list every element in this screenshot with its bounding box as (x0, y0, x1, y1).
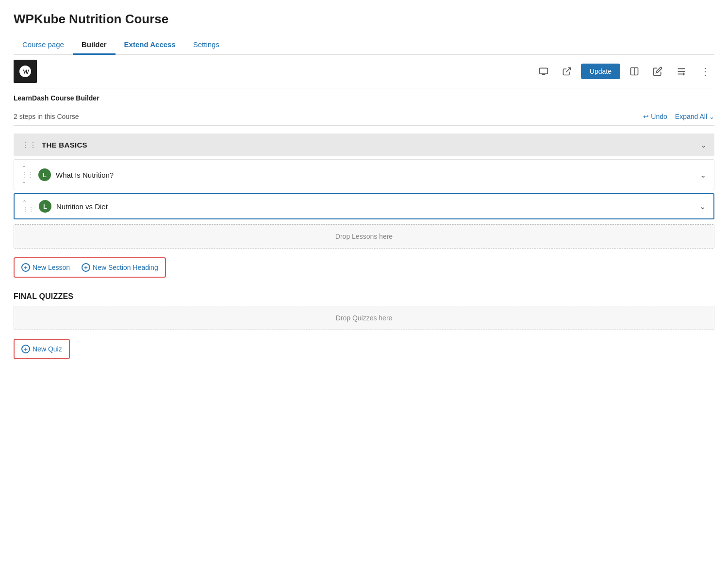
drag-handle-icon[interactable]: ⋮⋮ (21, 140, 37, 150)
lesson-expand-btn-1[interactable]: ⌄ (700, 170, 706, 180)
steps-count: 2 steps in this Course (14, 113, 79, 120)
chevron-up-icon[interactable]: ⌃ (22, 166, 33, 171)
lesson-row-1: ⌃ ⋮⋮ ⌄ L What Is Nutrition? ⌄ (14, 159, 714, 190)
add-quiz-button[interactable]: + New Quiz (21, 345, 62, 353)
toolbar-right: Update ⋮ (534, 62, 714, 81)
course-meta: 2 steps in this Course ↩ Undo Expand All… (14, 106, 714, 126)
lesson-updown-2[interactable]: ⌃ ⋮⋮ (22, 200, 34, 213)
builder-content: ⋮⋮ THE BASICS ⌄ ⌃ ⋮⋮ ⌄ L What Is Nutriti… (14, 133, 714, 364)
toolbar: Update ⋮ (14, 55, 714, 88)
desktop-icon-btn[interactable] (534, 63, 553, 80)
plus-circle-icon: + (21, 345, 30, 353)
tab-extend-access[interactable]: Extend Access (116, 35, 184, 55)
chevron-down-icon: ⌄ (709, 113, 714, 120)
final-quizzes-label: FINAL QUIZZES (14, 292, 714, 301)
external-link-icon-btn[interactable] (558, 63, 576, 80)
toolbar-left (14, 60, 37, 83)
builder-heading: LearnDash Course Builder (14, 88, 714, 106)
lesson-badge-1: L (38, 168, 51, 181)
tab-builder[interactable]: Builder (73, 35, 116, 55)
chevron-up-icon[interactable]: ⌃ (22, 200, 34, 205)
tabs-nav: Course page Builder Extend Access Settin… (14, 35, 714, 55)
undo-button[interactable]: ↩ Undo (643, 113, 667, 120)
svg-line-1 (566, 68, 570, 72)
expand-all-button[interactable]: Expand All ⌄ (675, 113, 714, 120)
more-options-icon-btn[interactable]: ⋮ (696, 62, 714, 81)
list-icon-btn[interactable] (672, 63, 691, 80)
lesson-title-2: Nutrition vs Diet (56, 202, 695, 211)
page-title: WPKube Nutrition Course (14, 12, 714, 27)
add-section-button[interactable]: + New Section Heading (82, 263, 158, 272)
svg-rect-0 (540, 68, 548, 74)
section-collapse-icon[interactable]: ⌄ (701, 141, 707, 149)
section-title: THE BASICS (42, 141, 696, 149)
section-block-the-basics: ⋮⋮ THE BASICS ⌄ (14, 133, 714, 156)
drag-handle-icon[interactable]: ⋮⋮ (22, 206, 34, 213)
meta-actions: ↩ Undo Expand All ⌄ (643, 113, 714, 120)
add-lesson-section-area: + New Lesson + New Section Heading (14, 257, 166, 278)
lesson-title-1: What Is Nutrition? (56, 171, 695, 179)
lesson-row-2: ⌃ ⋮⋮ L Nutrition vs Diet ⌄ (14, 193, 714, 219)
add-lesson-button[interactable]: + New Lesson (21, 263, 70, 272)
tab-settings[interactable]: Settings (184, 35, 228, 55)
drag-handle-icon[interactable]: ⋮⋮ (22, 171, 33, 178)
drop-lessons-zone: Drop Lessons here (14, 224, 714, 249)
drop-quizzes-zone: Drop Quizzes here (14, 306, 714, 330)
lesson-badge-2: L (39, 200, 51, 213)
lesson-expand-btn-2[interactable]: ⌄ (699, 202, 706, 211)
wp-logo (14, 60, 37, 83)
edit-icon-btn[interactable] (648, 63, 667, 80)
chevron-down-icon[interactable]: ⌄ (22, 179, 33, 184)
split-view-icon-btn[interactable] (625, 63, 644, 80)
update-button[interactable]: Update (581, 64, 620, 79)
lesson-updown-1[interactable]: ⌃ ⋮⋮ ⌄ (22, 166, 33, 184)
add-quiz-area: + New Quiz (14, 339, 70, 359)
tab-course-page[interactable]: Course page (14, 35, 73, 55)
plus-circle-icon: + (82, 263, 90, 272)
plus-circle-icon: + (21, 263, 30, 272)
